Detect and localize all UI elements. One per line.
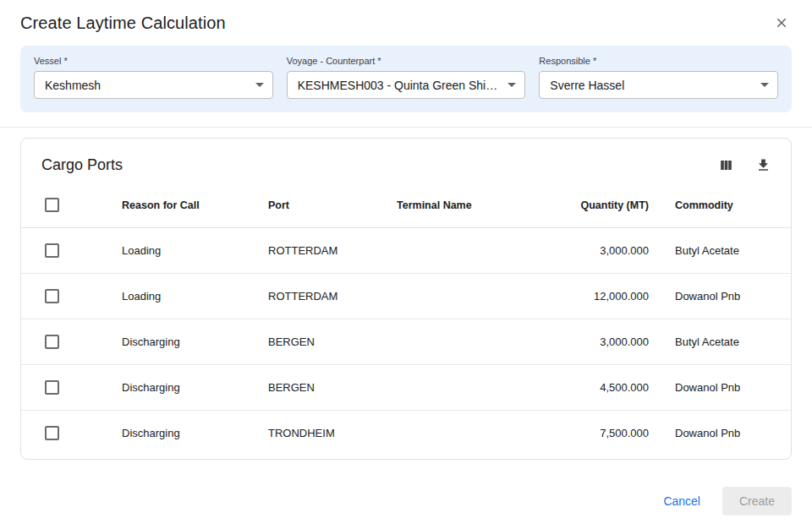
select-all-checkbox[interactable] bbox=[45, 198, 59, 212]
cell-quantity: 3,000.000 bbox=[532, 228, 649, 274]
responsible-label: Responsible * bbox=[539, 56, 778, 66]
cargo-ports-header: Cargo Ports bbox=[21, 139, 791, 186]
cell-terminal bbox=[397, 228, 532, 274]
row-checkbox[interactable] bbox=[45, 243, 59, 258]
dialog-header: Create Laytime Calculation bbox=[0, 0, 812, 44]
row-checkbox[interactable] bbox=[45, 335, 59, 349]
voyage-counterpart-select-value: KESHMESH003 - Quinta Green Shippi… bbox=[298, 79, 500, 92]
column-header-commodity: Commodity bbox=[649, 186, 791, 228]
cell-commodity: Butyl Acetate bbox=[649, 319, 791, 365]
cell-port: ROTTERDAM bbox=[268, 274, 397, 319]
table-row: Loading ROTTERDAM 12,000.000 Dowanol Pnb bbox=[21, 274, 791, 319]
page-title: Create Laytime Calculation bbox=[20, 14, 226, 33]
responsible-field: Responsible * Sverre Hassel bbox=[539, 56, 778, 99]
laytime-form-panel: Vessel * Keshmesh Voyage - Counterpart *… bbox=[20, 46, 792, 112]
download-icon[interactable] bbox=[754, 155, 772, 174]
vessel-select-value: Keshmesh bbox=[45, 79, 247, 92]
voyage-counterpart-select[interactable]: KESHMESH003 - Quinta Green Shippi… bbox=[287, 71, 526, 99]
create-button[interactable]: Create bbox=[722, 487, 792, 515]
cell-commodity: Dowanol Pnb bbox=[649, 274, 791, 319]
chevron-down-icon bbox=[508, 83, 516, 87]
vessel-field: Vessel * Keshmesh bbox=[34, 56, 273, 99]
table-row: Discharging TRONDHEIM 7,500.000 Dowanol … bbox=[21, 411, 791, 460]
cargo-ports-table: Reason for Call Port Terminal Name Quant… bbox=[21, 186, 791, 459]
column-header-terminal: Terminal Name bbox=[397, 186, 532, 228]
cell-commodity: Butyl Acetate bbox=[649, 228, 791, 274]
chevron-down-icon bbox=[255, 83, 264, 87]
cell-reason: Loading bbox=[122, 228, 268, 274]
cargo-ports-actions bbox=[716, 155, 772, 174]
close-icon[interactable] bbox=[771, 13, 792, 33]
table-row: Discharging BERGEN 3,000.000 Butyl Aceta… bbox=[21, 319, 791, 365]
cell-commodity: Dowanol Pnb bbox=[649, 411, 791, 460]
column-header-reason: Reason for Call bbox=[122, 186, 268, 228]
cell-port: TRONDHEIM bbox=[268, 411, 397, 460]
row-checkbox[interactable] bbox=[45, 289, 59, 303]
cell-port: BERGEN bbox=[268, 365, 397, 411]
table-row: Discharging BERGEN 4,500.000 Dowanol Pnb bbox=[21, 365, 791, 411]
responsible-select-value: Sverre Hassel bbox=[550, 79, 752, 92]
cell-quantity: 12,000.000 bbox=[532, 274, 649, 319]
cell-port: BERGEN bbox=[268, 319, 397, 365]
column-header-quantity: Quantity (MT) bbox=[532, 186, 649, 228]
cell-reason: Discharging bbox=[122, 365, 268, 411]
row-checkbox[interactable] bbox=[45, 380, 59, 395]
cargo-ports-title: Cargo Ports bbox=[41, 156, 123, 174]
voyage-counterpart-field: Voyage - Counterpart * KESHMESH003 - Qui… bbox=[287, 56, 526, 99]
vessel-label: Vessel * bbox=[34, 56, 273, 66]
row-checkbox[interactable] bbox=[45, 426, 59, 440]
cargo-ports-card: Cargo Ports Reason for Call Port Termina… bbox=[20, 138, 792, 460]
cell-reason: Discharging bbox=[122, 319, 268, 365]
cell-reason: Discharging bbox=[122, 411, 268, 460]
cancel-button[interactable]: Cancel bbox=[663, 494, 700, 508]
cell-quantity: 3,000.000 bbox=[532, 319, 649, 365]
column-header-port: Port bbox=[268, 186, 397, 228]
cell-terminal bbox=[397, 411, 532, 460]
cell-quantity: 7,500.000 bbox=[532, 411, 649, 460]
voyage-counterpart-label: Voyage - Counterpart * bbox=[287, 56, 526, 66]
cell-reason: Loading bbox=[122, 274, 268, 319]
table-header-row: Reason for Call Port Terminal Name Quant… bbox=[21, 186, 791, 228]
chevron-down-icon bbox=[760, 83, 769, 87]
cell-terminal bbox=[397, 319, 532, 365]
dialog-footer: Cancel Create bbox=[0, 475, 812, 529]
cell-commodity: Dowanol Pnb bbox=[649, 365, 791, 411]
table-row: Loading ROTTERDAM 3,000.000 Butyl Acetat… bbox=[21, 228, 791, 274]
cell-terminal bbox=[397, 365, 532, 411]
responsible-select[interactable]: Sverre Hassel bbox=[539, 71, 778, 99]
section-divider bbox=[0, 127, 812, 128]
view-columns-icon[interactable] bbox=[716, 155, 735, 174]
vessel-select[interactable]: Keshmesh bbox=[34, 71, 273, 99]
cell-terminal bbox=[397, 274, 532, 319]
cell-port: ROTTERDAM bbox=[268, 228, 397, 274]
cell-quantity: 4,500.000 bbox=[532, 365, 649, 411]
